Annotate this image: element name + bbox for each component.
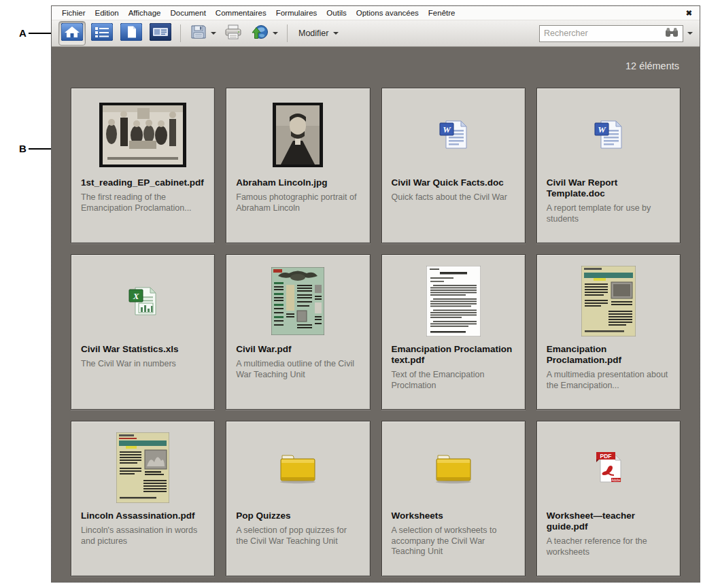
svg-text:X: X bbox=[133, 291, 139, 301]
modify-label: Modifier bbox=[298, 29, 328, 38]
modify-dropdown-caret bbox=[333, 32, 339, 35]
pdf-page-tan2-thumbnail bbox=[80, 430, 206, 506]
portfolio-card[interactable]: Pop QuizzesA selection of pop quizzes fo… bbox=[226, 421, 370, 576]
menu-bar-items: FichierEditionAffichageDocumentCommentai… bbox=[57, 7, 460, 18]
detail-view-icon bbox=[150, 23, 171, 44]
card-title: Civil War Statistics.xls bbox=[81, 344, 205, 355]
figure-label-a: A bbox=[19, 27, 27, 39]
portfolio-card[interactable]: WorksheetsA selection of worksheets to a… bbox=[381, 421, 526, 576]
portfolio-card[interactable]: Abraham Lincoln.jpgFamous photographic p… bbox=[226, 88, 370, 243]
menu-item-fichier[interactable]: Fichier bbox=[57, 7, 90, 18]
card-title: Civil War.pdf bbox=[236, 344, 360, 355]
card-description: A teacher reference for the worksheets bbox=[547, 536, 670, 557]
save-icon bbox=[190, 24, 207, 43]
share-button[interactable] bbox=[248, 22, 280, 44]
card-description: Famous photographic portrait of Abraham … bbox=[236, 192, 360, 213]
modify-dropdown[interactable]: Modifier bbox=[294, 26, 343, 41]
card-description: The first reading of the Emancipation Pr… bbox=[81, 192, 205, 213]
card-title: 1st_reading_EP_cabinet.pdf bbox=[81, 177, 205, 188]
search-area bbox=[539, 25, 693, 42]
card-title: Civil War Report Template.doc bbox=[547, 177, 670, 199]
toolbar-separator bbox=[180, 24, 181, 42]
photo-cabinet-thumbnail bbox=[80, 97, 206, 173]
search-box bbox=[539, 25, 683, 42]
portfolio-card[interactable]: WCivil War Quick Facts.docQuick facts ab… bbox=[381, 88, 526, 243]
portfolio-card[interactable]: XCivil War Statistics.xlsThe Civil War i… bbox=[71, 254, 215, 410]
svg-text:Adobe: Adobe bbox=[611, 479, 621, 482]
menu-item-options-avanc-es[interactable]: Options avancées bbox=[352, 7, 424, 18]
portfolio-content: 12 éléments 1st_reading_EP_cabinet.pdfTh… bbox=[52, 47, 700, 582]
detail-view-button[interactable] bbox=[148, 22, 173, 45]
menu-item-edition[interactable]: Edition bbox=[90, 7, 124, 18]
excel-doc-thumbnail: X bbox=[80, 263, 206, 339]
save-dropdown-caret bbox=[211, 32, 216, 35]
toolbar-separator bbox=[287, 24, 288, 42]
card-description: A selection of pop quizzes for the Civil… bbox=[236, 525, 360, 547]
menu-bar: FichierEditionAffichageDocumentCommentai… bbox=[52, 6, 700, 20]
menu-item-affichage[interactable]: Affichage bbox=[124, 7, 166, 18]
save-button[interactable] bbox=[188, 22, 218, 44]
menu-item-commentaires[interactable]: Commentaires bbox=[211, 7, 271, 18]
card-title: Pop Quizzes bbox=[236, 511, 360, 521]
list-view-icon bbox=[91, 23, 113, 44]
card-title: Worksheets bbox=[392, 511, 515, 521]
card-title: Civil War Quick Facts.doc bbox=[392, 177, 515, 188]
word-doc-thumbnail: W bbox=[545, 97, 672, 173]
folder-thumbnail bbox=[390, 430, 517, 506]
card-description: A report template for use by students bbox=[547, 203, 670, 224]
svg-text:W: W bbox=[598, 124, 606, 135]
home-view-button[interactable] bbox=[58, 21, 86, 46]
card-title: Emancipation Proclamation.pdf bbox=[547, 344, 670, 366]
pdf-page-text-thumbnail bbox=[390, 263, 517, 339]
list-view-button[interactable] bbox=[89, 22, 115, 45]
print-button[interactable] bbox=[222, 22, 245, 44]
portfolio-grid: 1st_reading_EP_cabinet.pdfThe first read… bbox=[71, 88, 681, 576]
menu-item-document[interactable]: Document bbox=[165, 7, 210, 18]
portfolio-card[interactable]: Lincoln Assassination.pdfLincoln's assas… bbox=[71, 421, 215, 576]
item-count-label: 12 éléments bbox=[71, 60, 679, 71]
portfolio-card[interactable]: Emancipation Proclamation text.pdfText o… bbox=[381, 254, 526, 410]
page-view-icon bbox=[120, 23, 142, 44]
pdf-icon-thumbnail: PDFAdobe bbox=[545, 430, 672, 506]
card-description: A selection of worksheets to accompany t… bbox=[392, 525, 515, 557]
portfolio-card[interactable]: WCivil War Report Template.docA report t… bbox=[536, 88, 681, 243]
page-view-button[interactable] bbox=[118, 22, 144, 45]
card-description: Text of the Emancipation Proclmation bbox=[392, 370, 515, 391]
card-description: Lincoln's assasination in words and pict… bbox=[81, 525, 205, 547]
portfolio-card[interactable]: 1st_reading_EP_cabinet.pdfThe first read… bbox=[71, 88, 215, 243]
toolbar: Modifier bbox=[52, 20, 700, 47]
card-title: Lincoln Assassination.pdf bbox=[81, 511, 205, 521]
folder-thumbnail bbox=[235, 430, 361, 506]
pdf-page-tan-thumbnail bbox=[545, 263, 672, 339]
svg-text:PDF: PDF bbox=[600, 453, 611, 460]
portfolio-card[interactable]: PDFAdobeWorksheet—teacher guide.pdfA tea… bbox=[536, 421, 681, 576]
card-description: A multimedia outline of the Civil War Te… bbox=[236, 359, 360, 380]
word-doc-thumbnail: W bbox=[390, 97, 517, 173]
menu-item-outils[interactable]: Outils bbox=[322, 7, 351, 18]
share-dropdown-caret bbox=[273, 32, 278, 35]
card-description: The Civil War in numbers bbox=[81, 359, 205, 370]
search-input[interactable] bbox=[544, 29, 665, 38]
menu-item-formulaires[interactable]: Formulaires bbox=[271, 7, 322, 18]
portfolio-card[interactable]: Civil War.pdfA multimedia outline of the… bbox=[226, 254, 370, 410]
search-options-caret[interactable] bbox=[687, 32, 693, 35]
photo-lincoln-thumbnail bbox=[235, 97, 361, 173]
figure-label-b: B bbox=[19, 143, 27, 154]
home-icon bbox=[61, 31, 83, 43]
svg-text:W: W bbox=[443, 124, 451, 135]
portfolio-card[interactable]: Emancipation Proclamation.pdfA multimedi… bbox=[536, 254, 681, 410]
card-description: A multimedia presentation about the Eman… bbox=[547, 370, 670, 391]
menu-item-fen-tre[interactable]: Fenêtre bbox=[424, 7, 460, 18]
card-description: Quick facts about the Civil War bbox=[392, 192, 515, 203]
binoculars-search-icon[interactable] bbox=[665, 27, 679, 40]
card-title: Abraham Lincoln.jpg bbox=[236, 177, 360, 188]
card-title: Worksheet—teacher guide.pdf bbox=[547, 511, 670, 532]
card-title: Emancipation Proclamation text.pdf bbox=[392, 344, 515, 366]
application-window: FichierEditionAffichageDocumentCommentai… bbox=[51, 5, 700, 583]
pdf-page-green-thumbnail bbox=[235, 263, 361, 339]
globe-share-icon bbox=[250, 24, 269, 43]
print-icon bbox=[224, 24, 243, 43]
close-icon[interactable]: ✖ bbox=[684, 9, 694, 18]
